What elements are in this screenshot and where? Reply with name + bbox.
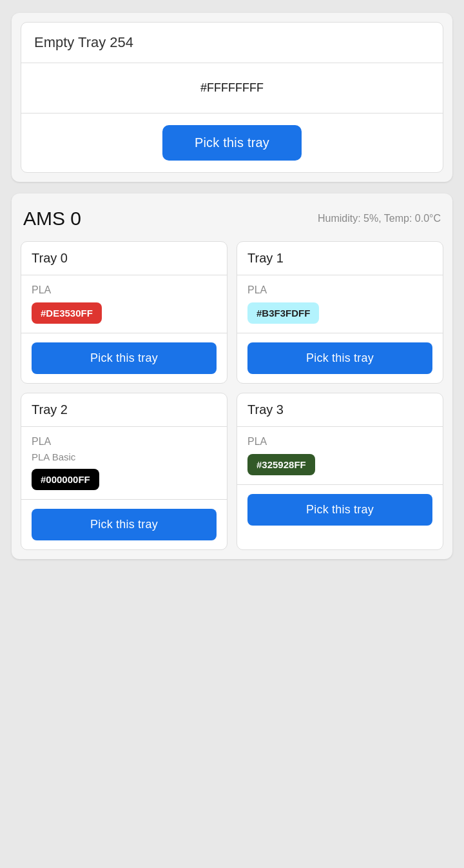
empty-tray-section: Empty Tray 254 #FFFFFFFF Pick this tray	[12, 13, 452, 182]
ams-section: AMS 0 Humidity: 5%, Temp: 0.0°C Tray 0 P…	[12, 193, 452, 559]
tray-title-3: Tray 3	[237, 393, 443, 427]
tray-material-sub-2: PLA Basic	[32, 451, 217, 462]
tray-title-0: Tray 0	[21, 242, 227, 275]
tray-card-0: Tray 0 PLA #DE3530FF Pick this tray	[21, 241, 227, 384]
ams-title: AMS 0	[23, 208, 81, 230]
tray-body-3: PLA #325928FF	[237, 427, 443, 485]
ams-header: AMS 0 Humidity: 5%, Temp: 0.0°C	[21, 202, 443, 241]
empty-tray-color-section: #FFFFFFFF	[21, 63, 443, 113]
tray-grid: Tray 0 PLA #DE3530FF Pick this tray Tray…	[21, 241, 443, 550]
tray-card-1: Tray 1 PLA #B3F3FDFF Pick this tray	[237, 241, 443, 384]
tray-pick-button-0[interactable]: Pick this tray	[32, 342, 217, 374]
tray-title-2: Tray 2	[21, 393, 227, 427]
tray-footer-2: Pick this tray	[21, 500, 227, 549]
tray-body-2: PLA PLA Basic #000000FF	[21, 427, 227, 500]
tray-material-3: PLA	[247, 436, 432, 448]
empty-tray-pick-button[interactable]: Pick this tray	[162, 125, 302, 161]
tray-body-0: PLA #DE3530FF	[21, 275, 227, 333]
tray-material-1: PLA	[247, 284, 432, 296]
empty-tray-button-section: Pick this tray	[21, 113, 443, 172]
tray-body-1: PLA #B3F3FDFF	[237, 275, 443, 333]
empty-tray-title: Empty Tray 254	[21, 23, 443, 63]
tray-color-badge-0: #DE3530FF	[32, 302, 102, 324]
tray-footer-1: Pick this tray	[237, 333, 443, 383]
tray-material-2: PLA	[32, 436, 217, 448]
tray-pick-button-3[interactable]: Pick this tray	[247, 494, 432, 526]
tray-footer-0: Pick this tray	[21, 333, 227, 383]
ams-humidity-temp: Humidity: 5%, Temp: 0.0°C	[318, 213, 441, 224]
tray-card-2: Tray 2 PLA PLA Basic #000000FF Pick this…	[21, 393, 227, 550]
tray-pick-button-2[interactable]: Pick this tray	[32, 509, 217, 540]
tray-pick-button-1[interactable]: Pick this tray	[247, 342, 432, 374]
tray-footer-3: Pick this tray	[237, 485, 443, 535]
empty-tray-card: Empty Tray 254 #FFFFFFFF Pick this tray	[21, 22, 443, 173]
tray-color-badge-3: #325928FF	[247, 454, 315, 475]
tray-material-0: PLA	[32, 284, 217, 296]
tray-color-badge-2: #000000FF	[32, 469, 99, 490]
tray-title-1: Tray 1	[237, 242, 443, 275]
tray-card-3: Tray 3 PLA #325928FF Pick this tray	[237, 393, 443, 550]
tray-color-badge-1: #B3F3FDFF	[247, 302, 319, 324]
empty-tray-color-hex: #FFFFFFFF	[200, 81, 264, 94]
